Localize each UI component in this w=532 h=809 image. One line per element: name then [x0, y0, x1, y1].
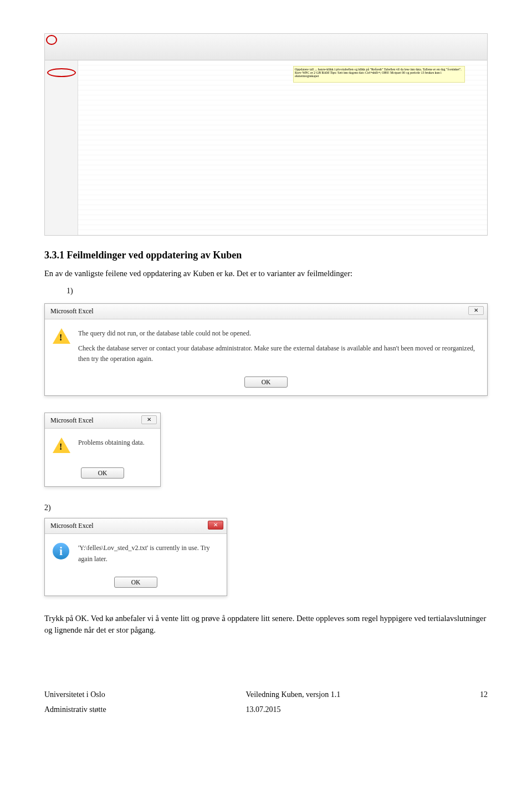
intro-paragraph: En av de vanligste feilene ved oppdateri… [44, 268, 488, 280]
dialog2-title-text: Microsoft Excel [50, 416, 94, 424]
footer-dept: Administrativ støtte [44, 703, 106, 718]
dialog1-line1: The query did not run, or the database t… [78, 328, 479, 339]
dialog3-title-text: Microsoft Excel [50, 522, 94, 530]
closing-paragraph: Trykk på OK. Ved kø anbefaler vi å vente… [44, 613, 488, 637]
error-dialog-1: Microsoft Excel ✕ The query did not run,… [44, 303, 488, 396]
dialog3-close-button[interactable]: ✕ [208, 521, 223, 530]
excel-screenshot-thumbnail: Oppdatere tall ... høyre-klikk i pivotta… [44, 33, 488, 236]
footer-org: Universitetet i Oslo [44, 688, 106, 703]
dialog1-title-text: Microsoft Excel [50, 307, 94, 315]
warning-icon [53, 328, 70, 346]
excel-left-gutter [45, 60, 78, 235]
dialog1-line2: Check the database server or contact you… [78, 343, 479, 364]
dialog3-titlebar: Microsoft Excel ✕ [45, 518, 227, 534]
excel-grid-area [78, 60, 487, 235]
dialog2-titlebar: Microsoft Excel ✕ [45, 413, 160, 429]
info-icon: i [53, 543, 70, 561]
red-circle-annotation-date [47, 68, 76, 77]
dialog2-message: Problems obtaining data. [78, 437, 145, 448]
dialog1-titlebar: Microsoft Excel ✕ [45, 304, 487, 319]
error-dialog-3: Microsoft Excel ✕ i 'Y:\felles\Lov_sted_… [44, 518, 227, 596]
dialog1-close-button[interactable]: ✕ [468, 306, 484, 315]
dialog2-ok-button[interactable]: OK [81, 467, 124, 479]
excel-ribbon [45, 34, 487, 60]
section-heading: 3.3.1 Feilmeldinger ved oppdatering av K… [44, 250, 488, 261]
error-dialog-2: Microsoft Excel ✕ Problems obtaining dat… [44, 413, 161, 487]
footer-doc-title: Veiledning Kuben, versjon 1.1 [245, 688, 340, 703]
dialog2-close-button[interactable]: ✕ [141, 415, 157, 424]
excel-yellow-note: Oppdatere tall ... høyre-klikk i pivotta… [293, 66, 465, 83]
list-item-1-label: 1) [66, 287, 488, 296]
red-circle-annotation-top [46, 35, 57, 45]
dialog3-message: 'Y:\felles\Lov_sted_v2.txt' is currently… [78, 543, 219, 564]
footer-page-number: 12 [480, 688, 488, 703]
warning-icon [53, 437, 70, 455]
list-item-2-label: 2) [44, 503, 488, 512]
dialog3-ok-button[interactable]: OK [114, 577, 157, 588]
dialog1-message: The query did not run, or the database t… [78, 328, 479, 365]
dialog1-ok-button[interactable]: OK [244, 376, 288, 388]
footer-date: 13.07.2015 [245, 703, 340, 718]
page-footer: Universitetet i Oslo Administrativ støtt… [0, 688, 532, 734]
